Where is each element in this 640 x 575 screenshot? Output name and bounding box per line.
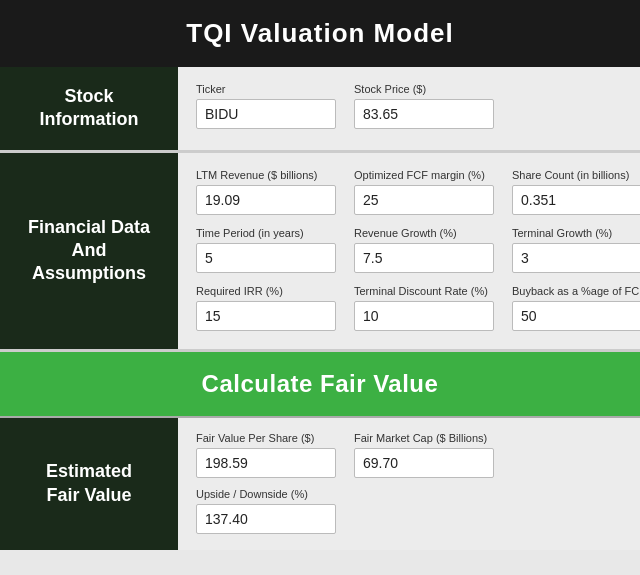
terminal-discount-label: Terminal Discount Rate (%) xyxy=(354,285,494,297)
revenue-growth-group: Revenue Growth (%) xyxy=(354,227,494,273)
ltm-revenue-group: LTM Revenue ($ billions) xyxy=(196,169,336,215)
financial-row-1: LTM Revenue ($ billions) Optimized FCF m… xyxy=(196,169,640,215)
terminal-discount-group: Terminal Discount Rate (%) xyxy=(354,285,494,331)
buyback-label: Buyback as a %age of FCF xyxy=(512,285,640,297)
required-irr-input[interactable] xyxy=(196,301,336,331)
ticker-label: Ticker xyxy=(196,83,336,95)
financial-section-label: Financial DataAndAssumptions xyxy=(0,153,178,349)
fair-value-per-share-group: Fair Value Per Share ($) xyxy=(196,432,336,478)
stock-section-label: StockInformation xyxy=(0,67,178,150)
fair-value-per-share-input[interactable] xyxy=(196,448,336,478)
optimized-fcf-label: Optimized FCF margin (%) xyxy=(354,169,494,181)
time-period-input[interactable] xyxy=(196,243,336,273)
calculate-button[interactable]: Calculate Fair Value xyxy=(202,370,439,398)
share-count-label: Share Count (in billions) xyxy=(512,169,640,181)
stock-section-content: Ticker Stock Price ($) xyxy=(178,67,640,150)
ticker-input[interactable] xyxy=(196,99,336,129)
fair-market-cap-label: Fair Market Cap ($ Billions) xyxy=(354,432,494,444)
app-title: TQI Valuation Model xyxy=(0,0,640,67)
upside-downside-label: Upside / Downside (%) xyxy=(196,488,336,500)
stock-price-group: Stock Price ($) xyxy=(354,83,494,129)
calculate-button-row[interactable]: Calculate Fair Value xyxy=(0,352,640,416)
upside-downside-input[interactable] xyxy=(196,504,336,534)
buyback-input[interactable] xyxy=(512,301,640,331)
optimized-fcf-group: Optimized FCF margin (%) xyxy=(354,169,494,215)
stock-price-label: Stock Price ($) xyxy=(354,83,494,95)
financial-row-3: Required IRR (%) Terminal Discount Rate … xyxy=(196,285,640,331)
share-count-input[interactable] xyxy=(512,185,640,215)
fair-value-per-share-label: Fair Value Per Share ($) xyxy=(196,432,336,444)
upside-downside-group: Upside / Downside (%) xyxy=(196,488,336,534)
financial-section-content: LTM Revenue ($ billions) Optimized FCF m… xyxy=(178,153,640,349)
required-irr-label: Required IRR (%) xyxy=(196,285,336,297)
time-period-group: Time Period (in years) xyxy=(196,227,336,273)
ltm-revenue-input[interactable] xyxy=(196,185,336,215)
stock-price-input[interactable] xyxy=(354,99,494,129)
results-section: EstimatedFair Value Fair Value Per Share… xyxy=(0,416,640,550)
fair-market-cap-input[interactable] xyxy=(354,448,494,478)
buyback-group: Buyback as a %age of FCF xyxy=(512,285,640,331)
stock-section: StockInformation Ticker Stock Price ($) xyxy=(0,67,640,153)
terminal-growth-group: Terminal Growth (%) xyxy=(512,227,640,273)
terminal-discount-input[interactable] xyxy=(354,301,494,331)
results-section-content: Fair Value Per Share ($) Fair Market Cap… xyxy=(178,418,640,550)
required-irr-group: Required IRR (%) xyxy=(196,285,336,331)
optimized-fcf-input[interactable] xyxy=(354,185,494,215)
terminal-growth-input[interactable] xyxy=(512,243,640,273)
share-count-group: Share Count (in billions) xyxy=(512,169,640,215)
time-period-label: Time Period (in years) xyxy=(196,227,336,239)
results-section-label: EstimatedFair Value xyxy=(0,418,178,550)
ticker-group: Ticker xyxy=(196,83,336,129)
terminal-growth-label: Terminal Growth (%) xyxy=(512,227,640,239)
financial-section: Financial DataAndAssumptions LTM Revenue… xyxy=(0,153,640,352)
revenue-growth-input[interactable] xyxy=(354,243,494,273)
ltm-revenue-label: LTM Revenue ($ billions) xyxy=(196,169,336,181)
fair-market-cap-group: Fair Market Cap ($ Billions) xyxy=(354,432,494,478)
revenue-growth-label: Revenue Growth (%) xyxy=(354,227,494,239)
financial-row-2: Time Period (in years) Revenue Growth (%… xyxy=(196,227,640,273)
